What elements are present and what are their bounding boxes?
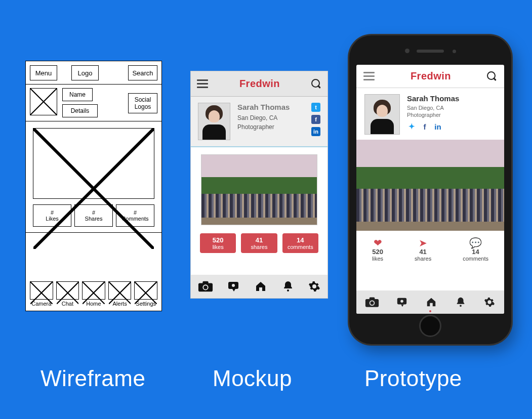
svg-point-12 (401, 300, 404, 303)
comments-count: 14 (297, 236, 304, 244)
brand-logo: Fredwin (411, 70, 451, 82)
linkedin-icon[interactable]: in (433, 122, 442, 131)
prototype-header: Fredwin (356, 65, 504, 88)
gear-icon[interactable] (308, 280, 320, 292)
wireframe-header: Menu Logo Search (30, 65, 157, 80)
phone-speaker (417, 50, 444, 53)
comments-label: comments (463, 256, 488, 262)
profile-name: Sarah Thomas (407, 94, 459, 103)
profile-avatar (198, 103, 230, 140)
wireframe-profile-row: Name Details Social Logos (30, 88, 157, 117)
mockup-profile-card: Sarah Thomas San Diego, CA Photographer … (191, 97, 328, 147)
svg-point-10 (370, 301, 374, 305)
caption-wireframe: Wireframe (40, 366, 145, 391)
wireframe-bottom-nav: Camera Chat Home Alerts Settings (30, 281, 157, 307)
camera-icon[interactable] (365, 297, 379, 308)
social-links: ✦ f in (407, 122, 459, 131)
share-icon: ➤ (415, 237, 431, 248)
camera-icon[interactable] (198, 280, 213, 292)
phone-home-button[interactable] (419, 315, 441, 337)
mockup-header: Fredwin (191, 71, 328, 97)
profile-role: Photographer (237, 123, 304, 131)
likes-count: 520 (213, 236, 224, 244)
nav-chat[interactable]: Chat (56, 281, 79, 307)
profile-role: Photographer (407, 112, 459, 118)
svg-point-5 (232, 284, 235, 287)
search-placeholder[interactable]: Search (128, 65, 157, 80)
brand-logo: Fredwin (239, 78, 280, 90)
prototype-bottom-nav (356, 290, 504, 314)
comment-icon: 💬 (463, 237, 488, 248)
nav-indicator-dot (429, 310, 431, 312)
profile-avatar (364, 94, 400, 135)
heart-icon: ❤ (372, 237, 383, 248)
prototype-stats-row: ❤ 520 likes ➤ 41 shares 💬 14 comments (356, 231, 504, 266)
mockup-stats-row: 520 likes 41 shares 14 comments (191, 230, 328, 260)
shares-label: shares (415, 256, 431, 262)
wireframe-panel: Menu Logo Search Name Details Social Log… (25, 61, 162, 311)
comments-label: comments (288, 244, 313, 250)
details-placeholder: Details (62, 104, 98, 117)
shares-count: 41 (256, 236, 263, 244)
feed-photo[interactable] (356, 140, 504, 231)
nav-camera[interactable]: Camera (30, 281, 53, 307)
shares-label: shares (251, 244, 267, 250)
chat-icon[interactable] (396, 297, 408, 308)
phone-front-camera (405, 49, 410, 53)
profile-location: San Diego, CA (407, 105, 459, 111)
bell-icon[interactable] (455, 297, 467, 308)
svg-point-6 (287, 289, 289, 291)
mockup-bottom-nav (191, 275, 328, 298)
feed-photo[interactable] (201, 154, 317, 225)
menu-icon[interactable] (197, 79, 208, 88)
gear-icon[interactable] (483, 297, 496, 308)
bell-icon[interactable] (281, 280, 295, 292)
prototype-phone: Fredwin Sarah Thomas San Diego, CA Photo… (349, 35, 511, 344)
search-icon[interactable] (487, 71, 497, 81)
nav-alerts[interactable]: Alerts (108, 281, 132, 307)
caption-mockup: Mockup (213, 366, 292, 391)
likes-label: likes (372, 256, 383, 262)
facebook-icon[interactable]: f (420, 122, 429, 131)
likes-label: likes (213, 244, 224, 250)
twitter-icon[interactable]: t (311, 103, 320, 112)
svg-rect-1 (202, 281, 208, 284)
likes-pill[interactable]: 520 likes (200, 233, 236, 253)
comments-stat[interactable]: 💬 14 comments (463, 237, 488, 262)
prototype-profile-card: Sarah Thomas San Diego, CA Photographer … (356, 88, 504, 140)
search-icon[interactable] (311, 79, 321, 89)
hero-image-placeholder (33, 128, 154, 199)
home-icon[interactable] (254, 280, 267, 292)
nav-home[interactable]: Home (82, 281, 105, 307)
social-logos-placeholder[interactable]: Social Logos (128, 93, 157, 113)
mockup-panel: Fredwin Sarah Thomas San Diego, CA Photo… (190, 71, 328, 299)
likes-count: 520 (372, 248, 383, 256)
profile-location: San Diego, CA (237, 114, 304, 121)
menu-placeholder[interactable]: Menu (30, 65, 57, 80)
comments-pill[interactable]: 14 comments (282, 233, 318, 253)
caption-prototype: Prototype (364, 366, 462, 391)
svg-point-13 (460, 305, 462, 307)
shares-pill[interactable]: 41 shares (241, 233, 277, 253)
shares-stat[interactable]: ➤ 41 shares (415, 237, 431, 262)
shares-count: 41 (415, 248, 431, 256)
name-placeholder: Name (62, 88, 93, 101)
home-icon[interactable] (425, 297, 437, 308)
twitter-icon[interactable]: ✦ (407, 122, 416, 131)
svg-rect-8 (370, 297, 375, 300)
menu-icon[interactable] (363, 72, 375, 80)
linkedin-icon[interactable]: in (311, 127, 320, 136)
facebook-icon[interactable]: f (311, 115, 320, 124)
logo-placeholder: Logo (71, 65, 99, 80)
svg-point-3 (203, 285, 208, 289)
chat-icon[interactable] (227, 280, 240, 292)
likes-stat[interactable]: ❤ 520 likes (372, 237, 383, 262)
phone-sensor (453, 50, 456, 53)
profile-name: Sarah Thomas (237, 103, 304, 111)
nav-settings[interactable]: Settings (134, 281, 157, 307)
comments-count: 14 (463, 248, 488, 256)
prototype-screen: Fredwin Sarah Thomas San Diego, CA Photo… (356, 65, 504, 314)
avatar-placeholder (30, 88, 57, 115)
social-links: t f in (311, 103, 320, 136)
